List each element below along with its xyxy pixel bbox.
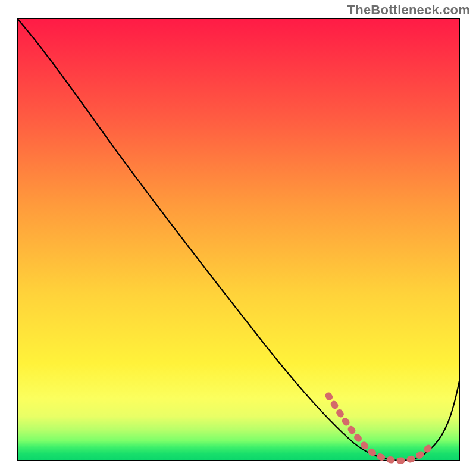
watermark-text: TheBottleneck.com bbox=[347, 2, 470, 18]
plot-area bbox=[17, 18, 459, 461]
gradient-bg bbox=[17, 18, 459, 461]
bottleneck-chart bbox=[0, 0, 476, 476]
